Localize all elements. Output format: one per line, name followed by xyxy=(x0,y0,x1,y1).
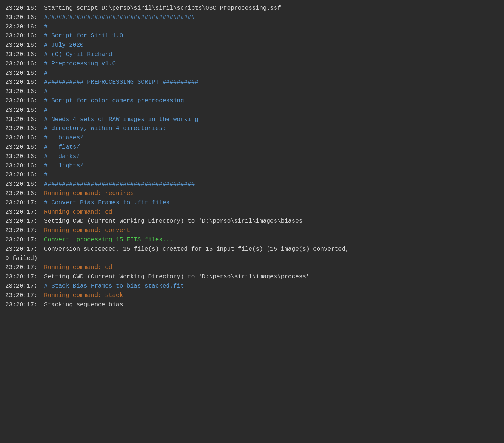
log-content: # Stack Bias Frames to bias_stacked.fit xyxy=(44,282,184,291)
log-content: Convert: processing 15 FITS files... xyxy=(44,235,173,245)
log-separator xyxy=(38,78,42,87)
log-separator xyxy=(38,235,42,245)
log-content: # Script for Siril 1.0 xyxy=(44,31,123,41)
log-content: ########################################… xyxy=(44,13,195,22)
log-timestamp: 23:20:16: xyxy=(5,124,37,133)
log-line: 23:20:16: # xyxy=(5,22,499,32)
log-line: 23:20:16: # Script for color camera prep… xyxy=(5,96,499,106)
log-separator xyxy=(38,161,42,171)
log-timestamp: 23:20:16: xyxy=(5,59,37,69)
log-line: 23:20:16: # (C) Cyril Richard xyxy=(5,50,499,59)
log-timestamp: 23:20:17: xyxy=(5,226,37,235)
log-timestamp: 23:20:17: xyxy=(5,235,37,245)
log-line: 23:20:16: Running command: requires xyxy=(5,189,499,198)
log-separator xyxy=(38,263,42,272)
terminal-output: 23:20:16: Starting script D:\perso\siril… xyxy=(5,4,499,309)
log-separator xyxy=(38,59,42,69)
log-content: Running command: stack xyxy=(44,291,123,300)
log-timestamp: 23:20:16: xyxy=(5,22,37,32)
log-line: 23:20:16: # Needs 4 sets of RAW images i… xyxy=(5,115,499,124)
log-separator xyxy=(38,170,42,180)
log-separator xyxy=(38,245,42,254)
log-content: ########################################… xyxy=(44,180,195,189)
log-line: 23:20:16: ##############################… xyxy=(5,13,499,22)
log-separator xyxy=(38,282,42,291)
log-timestamp: 23:20:16: xyxy=(5,87,37,96)
log-content: Running command: cd xyxy=(44,208,112,217)
log-line: 23:20:17: Running command: cd xyxy=(5,263,499,272)
log-line: 23:20:16: # xyxy=(5,170,499,180)
log-separator xyxy=(38,50,42,59)
log-line: 23:20:16: Starting script D:\perso\siril… xyxy=(5,4,499,13)
log-line: 23:20:16: # Preprocessing v1.0 xyxy=(5,59,499,69)
log-timestamp: 23:20:17: xyxy=(5,217,37,226)
log-timestamp: 23:20:16: xyxy=(5,50,37,59)
log-line: 23:20:16: ##############################… xyxy=(5,180,499,189)
log-timestamp: 23:20:16: xyxy=(5,106,37,115)
log-line: 23:20:16: # darks/ xyxy=(5,152,499,161)
log-content: Running command: requires xyxy=(44,189,134,198)
log-line: 23:20:16: # flats/ xyxy=(5,143,499,152)
log-timestamp: 23:20:17: xyxy=(5,282,37,291)
log-separator xyxy=(38,291,42,300)
log-content: # July 2020 xyxy=(44,41,84,50)
log-separator xyxy=(38,115,42,124)
log-content: # darks/ xyxy=(44,152,80,161)
log-separator xyxy=(38,22,42,32)
log-separator xyxy=(38,87,42,96)
log-content: # directory, within 4 directories: xyxy=(44,124,166,133)
log-content: # xyxy=(44,69,48,78)
log-separator xyxy=(38,96,42,106)
log-timestamp: 23:20:16: xyxy=(5,69,37,78)
log-content: ########### PREPROCESSING SCRIPT #######… xyxy=(44,78,198,87)
log-line: 23:20:16: # lights/ xyxy=(5,161,499,171)
log-separator xyxy=(38,143,42,152)
log-content: # xyxy=(44,170,48,180)
log-line: 23:20:17: Running command: convert xyxy=(5,226,499,235)
log-separator xyxy=(38,69,42,78)
log-content: Stacking sequence bias_ xyxy=(44,300,127,310)
log-timestamp: 23:20:17: xyxy=(5,300,37,310)
log-line: 23:20:17: Stacking sequence bias_ xyxy=(5,300,499,310)
log-line: 23:20:17: Running command: cd xyxy=(5,208,499,217)
log-content: Conversion succeeded, 15 file(s) created… xyxy=(44,245,349,254)
log-separator xyxy=(38,208,42,217)
log-content: # Needs 4 sets of RAW images in the work… xyxy=(44,115,198,124)
log-line: 23:20:16: # xyxy=(5,106,499,115)
log-timestamp: 23:20:16: xyxy=(5,78,37,87)
log-separator xyxy=(38,41,42,50)
log-timestamp: 23:20:17: xyxy=(5,291,37,300)
log-timestamp: 23:20:16: xyxy=(5,189,37,198)
log-content: Setting CWD (Current Working Directory) … xyxy=(44,217,306,226)
log-timestamp: 23:20:16: xyxy=(5,170,37,180)
log-line: 23:20:17: Conversion succeeded, 15 file(… xyxy=(5,245,499,254)
log-line: 23:20:17: Setting CWD (Current Working D… xyxy=(5,217,499,226)
log-separator xyxy=(38,189,42,198)
log-separator xyxy=(38,13,42,22)
log-content: # lights/ xyxy=(44,161,84,171)
log-separator xyxy=(38,217,42,226)
log-timestamp: 23:20:16: xyxy=(5,41,37,50)
log-separator xyxy=(38,124,42,133)
log-line: 23:20:16: ########### PREPROCESSING SCRI… xyxy=(5,78,499,87)
log-content: # xyxy=(44,87,48,96)
log-separator xyxy=(38,300,42,310)
log-content: # (C) Cyril Richard xyxy=(44,50,112,59)
log-timestamp: 23:20:17: xyxy=(5,208,37,217)
log-content: Running command: convert xyxy=(44,226,130,235)
log-content: Running command: cd xyxy=(44,263,112,272)
log-content: # xyxy=(44,106,48,115)
log-line: 23:20:17: Convert: processing 15 FITS fi… xyxy=(5,235,499,245)
log-line: 23:20:16: # biases/ xyxy=(5,133,499,143)
log-line: 0 failed) xyxy=(5,254,499,263)
log-timestamp: 23:20:16: xyxy=(5,133,37,143)
log-content: # flats/ xyxy=(44,143,80,152)
log-timestamp: 23:20:16: xyxy=(5,31,37,41)
log-line: 23:20:16: # Script for Siril 1.0 xyxy=(5,31,499,41)
log-content: # Script for color camera preprocessing xyxy=(44,96,184,106)
log-timestamp: 23:20:16: xyxy=(5,4,37,13)
log-separator xyxy=(38,4,42,13)
log-separator xyxy=(38,272,42,282)
log-timestamp: 23:20:16: xyxy=(5,152,37,161)
log-timestamp: 23:20:17: xyxy=(5,245,37,254)
